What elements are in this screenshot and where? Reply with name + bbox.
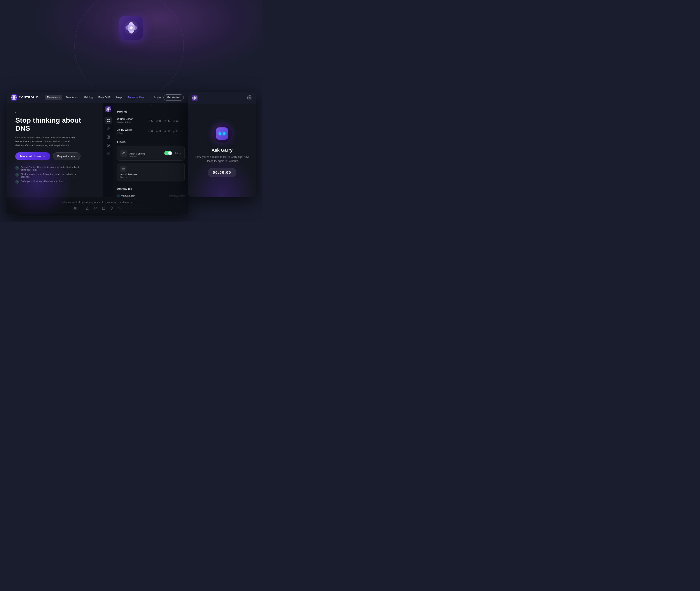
chat-logo-icon [192,95,198,101]
nav-help[interactable]: Help [114,95,124,100]
svg-point-23 [123,168,124,169]
nav-logo-text: CONTROL D [19,96,39,99]
check-item-privacy: Go beyond blocking with privacy features [15,180,83,184]
filter-ads-title: Ads & Trackers [120,173,181,176]
chat-close-button[interactable]: ✕ [247,95,252,101]
sidebar-logo-icon [105,106,111,112]
timer-pill: 00:00:00 [208,168,236,177]
profile-stats-jenny: ▽ 32 ⊞ 17 ⚡ 16 ◎ 11 [148,129,185,134]
sidebar-icon-profiles[interactable] [105,117,112,124]
app-icon [119,16,143,40]
profile-menu-icon[interactable]: ⋯ [181,119,185,123]
svg-point-18 [108,128,109,129]
nav-get-started-button[interactable]: Get started [163,94,184,101]
filter-ads-trackers-card[interactable]: Ads & Trackers Blocked [117,163,185,181]
nav-logo[interactable]: CONTROL D [11,94,39,101]
profile-info-jenny: Jenny William iPhone [117,128,145,134]
stat-apps-j: ⊞ 17 [156,130,161,133]
activity-section-title: Activity log [114,184,188,193]
app-icon-svg [123,20,139,36]
sidebar-icon-gear[interactable] [105,150,112,157]
filter-ads-status: Blocked [120,176,181,179]
profile-stats-william: ▽ 40 ⊞ 21 ⚡ 30 ◎ 12 [148,119,185,123]
svg-point-3 [130,26,132,29]
ask-garry-title: Ask Garry [212,148,233,153]
chat-widget: ✕ Ask Garry Sorry, you're not able to ta… [188,92,256,197]
router-icon: ⊕ [117,206,121,210]
app-icon-container [119,16,143,40]
svg-point-8 [13,97,15,98]
garry-robot [216,127,228,140]
stat-filter: ▽ 40 [148,119,153,122]
apps-icon: ⊞ [156,130,158,133]
profile-device-jenny: iPhone [117,132,145,134]
hero-left: Stop thinking about DNS Control D modem … [7,103,90,214]
robot-eyes [219,132,226,135]
stat-rules-j: ⚡ 16 [164,130,170,133]
profile-name-william: William Jason [117,118,145,121]
nav-free-dns[interactable]: Free DNS [96,95,113,100]
filter-adult-content-row[interactable]: ⋯ Adult Content Blocked Strict ▾ [117,146,185,160]
stat-apps: ⊞ 21 [156,119,161,122]
browser-icon: ◻ [102,206,105,210]
dot-row-top [114,103,188,107]
nav-actions: Login Get started [154,94,184,101]
sidebar-icon-settings[interactable] [105,125,112,132]
chevron-down-icon: ▾ [77,96,78,98]
rules-icon: ⚡ [164,119,167,122]
chat-body: Ask Garry Sorry, you're not able to talk… [188,104,256,197]
profiles-section-title: Profiles [114,107,188,115]
filter-adult-title: Adult Content [129,152,162,155]
take-control-button[interactable]: Take control now → [15,152,50,160]
strict-dropdown[interactable]: Strict ▾ [174,152,181,154]
eye-icon [122,152,125,155]
svg-point-13 [108,109,109,110]
garry-avatar [212,124,232,143]
filter-ads-eye-icon [120,166,126,172]
check-icon-malware [15,173,19,177]
apps-icon: ⊞ [156,119,158,122]
request-demo-button[interactable]: Request a demo [53,152,80,160]
background-glow [0,0,262,92]
check-icon-rmm [15,166,19,170]
profile-info-william: William Jason Macbook Pro [117,118,145,124]
filter-dots-icon: ⋯ [129,149,132,151]
arrow-right-icon: → [43,154,46,158]
profile-row-jenny[interactable]: Jenny William iPhone ▽ 32 ⊞ 17 [114,126,188,137]
background-circle [74,0,184,101]
svg-rect-15 [109,119,110,120]
chevron-down-icon: ▾ [180,152,181,154]
sidebar-icon-clock[interactable] [105,142,112,149]
chevron-down-icon: ▾ [59,96,60,98]
sidebar-icon-activity[interactable] [105,133,112,141]
hero-title: Stop thinking about DNS [15,116,83,132]
nav-login[interactable]: Login [154,96,161,99]
robot-eye-right [223,132,226,135]
nav-features[interactable]: Features ▾ [45,95,62,100]
nav-solutions[interactable]: Solutions ▾ [63,95,81,100]
filter-toggle[interactable] [164,151,172,155]
linux-icon: ⬡ [110,206,113,210]
stat-extra: ◎ 12 [173,119,178,122]
svg-rect-16 [107,121,108,122]
nav-pricing[interactable]: Pricing [82,95,95,100]
svg-rect-14 [107,119,108,120]
hero-checklist: Deploy Control D in minutes on your enti… [15,166,83,184]
stat-rules: ⚡ 30 [164,119,170,122]
profile-menu-icon-j[interactable]: ⋯ [181,129,185,134]
profile-row-william[interactable]: William Jason Macbook Pro ▽ 40 ⊞ 21 [114,115,188,126]
stat-filter-j: ▽ 32 [148,130,153,133]
filter-icon: ▽ [148,130,150,133]
check-icon-privacy [15,180,19,184]
rules-icon: ⚡ [164,130,167,133]
filters-section-title: Filters [114,137,188,146]
filters-section: ⋯ Adult Content Blocked Strict ▾ [114,146,188,181]
dot-indicator [151,105,151,105]
filter-eye-icon-container [120,150,127,157]
ask-garry-subtitle: Sorry, you're not able to talk to Garry … [192,155,251,163]
filter-icon: ▽ [148,119,150,122]
hero-subtitle: Control D modem and customizable DNS ser… [15,135,79,147]
browser-window: CONTROL D Features ▾ Solutions ▾ Pricing… [7,92,188,214]
filter-cards-row: Ads & Trackers Blocked [117,163,185,181]
nav-personal-use[interactable]: Personal Use [125,95,146,100]
